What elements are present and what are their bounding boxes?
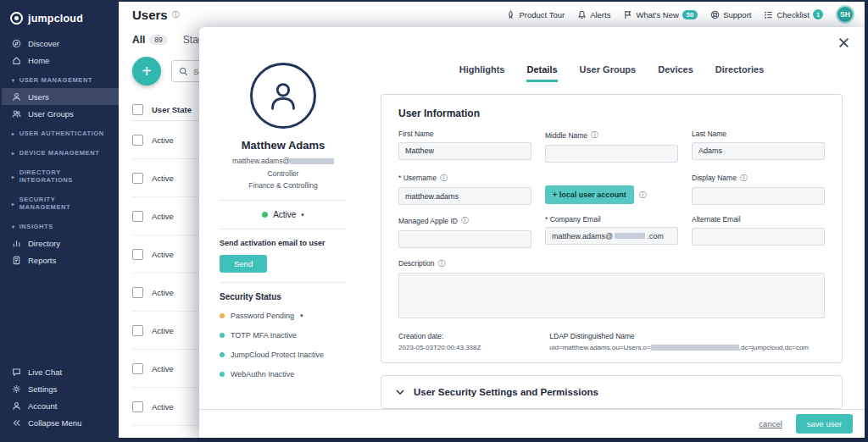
sidebar-item-users[interactable]: Users: [2, 88, 119, 105]
info-icon[interactable]: ⓘ: [740, 173, 748, 184]
caret-right-icon: ▸: [12, 174, 15, 180]
user-state-value: Active: [152, 174, 174, 183]
description-textarea[interactable]: [398, 273, 825, 318]
sidebar-section-insights[interactable]: ▾ INSIGHTS: [2, 215, 119, 235]
info-icon[interactable]: ⓘ: [591, 130, 598, 141]
display-name-input[interactable]: [692, 187, 825, 205]
nav-whats-new[interactable]: What's New 50: [623, 10, 698, 19]
info-icon[interactable]: ⓘ: [639, 190, 647, 204]
field-managed-apple-id: Managed Apple IDⓘ: [398, 215, 531, 248]
sidebar-section-user-management[interactable]: ▾ USER MANAGEMENT: [2, 69, 119, 88]
sidebar-section-label: USER MANAGEMENT: [19, 76, 93, 84]
info-icon[interactable]: ⓘ: [172, 9, 180, 20]
row-checkbox[interactable]: [132, 363, 143, 374]
row-checkbox[interactable]: [132, 173, 143, 184]
nav-checklist[interactable]: Checklist 1: [764, 9, 823, 19]
sidebar-item-discover[interactable]: Discover: [2, 35, 119, 52]
row-checkbox[interactable]: [132, 135, 143, 146]
section-user-security-settings[interactable]: User Security Settings and Permissions: [381, 375, 843, 409]
sidebar-section-security-management[interactable]: ▸ SECURITY MANAGEMENT: [2, 188, 119, 215]
security-item-password[interactable]: Password Pending ▾: [220, 312, 347, 320]
jumpcloud-logo[interactable]: jumpcloud: [2, 7, 119, 35]
username-input[interactable]: [398, 187, 531, 205]
user-status-dropdown[interactable]: Active ▾: [220, 210, 347, 219]
creation-date: Creation date: 2023-05-03T20:00:43.338Z: [398, 332, 536, 351]
sidebar-item-home[interactable]: Home: [2, 52, 119, 69]
chat-icon: [12, 367, 21, 377]
divider: [220, 200, 347, 201]
field-first-name: First Name: [398, 130, 531, 163]
info-icon[interactable]: ⓘ: [461, 215, 469, 226]
sidebar-section-directory-integrations[interactable]: ▸ DIRECTORY INTEGRATIONS: [2, 161, 119, 188]
add-local-user-account-button[interactable]: + local user account: [545, 185, 634, 204]
ldap-dn-value: uid=matthew.adams,ou=Users,o=,dc=jumpclo…: [549, 344, 825, 351]
user-avatar[interactable]: SH: [836, 5, 854, 24]
field-description: Descriptionⓘ: [398, 258, 825, 322]
status-dot-inactive: [220, 372, 225, 377]
middle-name-input[interactable]: [545, 145, 678, 163]
redacted-text: [615, 233, 645, 239]
caret-down-icon: ▾: [12, 224, 15, 229]
tab-user-groups[interactable]: User Groups: [580, 64, 637, 82]
sidebar-item-account[interactable]: Account: [2, 397, 119, 414]
tab-details[interactable]: Details: [526, 64, 557, 82]
sidebar-item-directory[interactable]: Directory: [2, 235, 119, 251]
tab-directories[interactable]: Directories: [715, 64, 764, 82]
add-user-button[interactable]: +: [132, 57, 161, 86]
nav-label: Product Tour: [519, 10, 565, 19]
creation-date-label: Creation date:: [398, 332, 536, 340]
sidebar-item-label: Account: [28, 401, 57, 411]
row-checkbox[interactable]: [132, 211, 143, 222]
nav-product-tour[interactable]: Product Tour: [506, 10, 565, 19]
sidebar-section-user-authentication[interactable]: ▸ USER AUTHENTICATION: [2, 122, 119, 141]
last-name-input[interactable]: [692, 142, 825, 160]
user-state-value: Active: [152, 364, 174, 373]
panel-body: Matthew Adams matthew.adams@ Controller …: [199, 27, 865, 438]
ldap-dn-label: LDAP Distinguished Name: [549, 332, 825, 340]
sidebar-item-settings[interactable]: Settings: [2, 380, 119, 397]
sidebar-item-label: User Groups: [28, 109, 74, 119]
managed-apple-id-input[interactable]: [398, 230, 531, 248]
row-checkbox[interactable]: [132, 325, 143, 336]
all-users-count-badge: 89: [149, 35, 167, 45]
row-checkbox[interactable]: [132, 287, 143, 298]
panel-tabs: Highlights Details User Groups Devices D…: [381, 64, 843, 82]
sidebar-item-user-groups[interactable]: User Groups: [2, 105, 119, 122]
rocket-icon: [506, 10, 515, 19]
sidebar-item-live-chat[interactable]: Live Chat: [2, 363, 119, 380]
nav-label: Checklist: [776, 10, 810, 19]
profile-column: Matthew Adams matthew.adams@ Controller …: [199, 27, 360, 409]
field-label: Display Nameⓘ: [692, 173, 825, 184]
close-icon[interactable]: [838, 37, 849, 48]
first-name-input[interactable]: [398, 142, 531, 160]
send-activation-button[interactable]: Send: [220, 255, 267, 273]
page-title: Users ⓘ: [132, 8, 180, 22]
tab-devices[interactable]: Devices: [658, 64, 693, 82]
security-item-label: WebAuthn Inactive: [231, 370, 294, 378]
local-account-cell: + local user account ⓘ: [545, 173, 678, 206]
nav-label: What's New: [636, 10, 678, 19]
row-checkbox[interactable]: [132, 249, 143, 260]
tab-highlights[interactable]: Highlights: [459, 64, 505, 82]
sidebar-section-device-management[interactable]: ▸ DEVICE MANAGEMENT: [2, 141, 119, 161]
profile-email: matthew.adams@: [220, 156, 347, 167]
info-icon[interactable]: ⓘ: [440, 173, 448, 184]
tab-all-users[interactable]: All 89: [132, 34, 168, 46]
security-item-totp: TOTP MFA Inactive: [220, 331, 347, 340]
alternate-email-input[interactable]: [692, 228, 825, 246]
sidebar-item-collapse-menu[interactable]: Collapse Menu: [2, 414, 119, 431]
sidebar-item-reports[interactable]: Reports: [2, 251, 119, 268]
field-last-name: Last Name: [692, 130, 825, 163]
profile-name: Matthew Adams: [220, 139, 347, 152]
select-all-checkbox[interactable]: [132, 104, 143, 115]
column-header-user-state: User State: [152, 105, 192, 114]
sidebar-item-label: Home: [28, 56, 49, 65]
row-checkbox[interactable]: [132, 401, 143, 412]
nav-support[interactable]: Support: [710, 10, 751, 19]
company-email-input[interactable]: matthew.adams@.com: [545, 227, 678, 245]
main-area: Users ⓘ Product Tour Alerts What's New 5…: [119, 2, 865, 438]
cancel-button[interactable]: cancel: [759, 419, 782, 428]
nav-alerts[interactable]: Alerts: [577, 10, 610, 19]
info-icon[interactable]: ⓘ: [438, 258, 446, 269]
save-user-button[interactable]: save user: [796, 414, 853, 434]
